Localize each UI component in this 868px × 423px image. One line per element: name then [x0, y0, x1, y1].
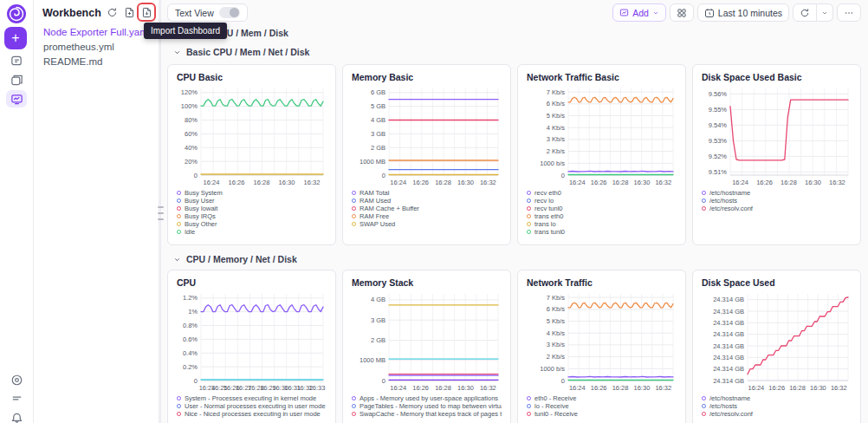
svg-text:16:24: 16:24 [390, 384, 406, 392]
legend-item[interactable]: RAM Total [352, 189, 502, 197]
legend-item[interactable]: Busy User [177, 197, 327, 205]
svg-text:1000 b/s: 1000 b/s [540, 365, 565, 373]
legend-item[interactable]: trans eth0 [527, 212, 677, 220]
svg-text:16:26: 16:26 [756, 179, 773, 186]
svg-text:60%: 60% [185, 130, 198, 138]
section-cpu-memory-net-disk[interactable]: CPU / Memory / Net / Disk [173, 254, 297, 264]
svg-text:9.52%: 9.52% [709, 153, 728, 160]
legend-item[interactable]: /etc/hosts [702, 402, 852, 410]
svg-text:16:32: 16:32 [829, 179, 845, 186]
refresh-dashboard-button[interactable] [793, 3, 817, 22]
legend-marker-icon [702, 396, 706, 400]
app-logo-icon[interactable] [6, 3, 27, 24]
svg-text:0.6%: 0.6% [183, 335, 198, 343]
legend-marker-icon [527, 198, 531, 203]
list-icon[interactable] [6, 390, 27, 407]
file-item[interactable]: prometheus.yml [37, 41, 155, 54]
chart-disk-space-used: 24.314 GB24.314 GB24.314 GB24.314 GB24.3… [702, 290, 852, 393]
legend-item[interactable]: lo - Receive [527, 402, 677, 410]
stack-icon[interactable] [6, 71, 27, 88]
legend-item[interactable]: trans lo [527, 220, 677, 228]
svg-text:24.314 GB: 24.314 GB [713, 308, 744, 316]
legend-item[interactable]: recv lo [527, 197, 677, 205]
svg-text:3 GB: 3 GB [371, 316, 385, 324]
file-item[interactable]: README.md [37, 55, 155, 68]
legend-item[interactable]: Nice - Niced processes executing in user… [177, 410, 327, 418]
panel-network-traffic-basic: Network Traffic Basic 01000 b/s2 Kb/s3 K… [517, 64, 686, 245]
chat-edit-icon[interactable] [6, 52, 27, 69]
legend-item[interactable]: RAM Cache + Buffer [352, 205, 502, 212]
more-options-button[interactable] [837, 3, 861, 22]
bell-icon[interactable] [6, 409, 27, 423]
import-dashboard-icon[interactable] [139, 4, 154, 20]
legend-item[interactable]: Busy Iowait [177, 205, 327, 212]
legend-item[interactable]: Busy IRQs [177, 212, 327, 220]
svg-text:7 Kb/s: 7 Kb/s [547, 294, 566, 302]
svg-text:4 Kb/s: 4 Kb/s [547, 329, 566, 337]
svg-text:24.314 GB: 24.314 GB [713, 330, 744, 338]
file-item[interactable]: Node Exporter Full.yaml [37, 26, 155, 39]
legend-item[interactable]: /etc/resolv.conf [702, 410, 852, 418]
legend-item[interactable]: User - Normal processes executing in use… [177, 402, 327, 410]
legend-item[interactable]: RAM Used [352, 197, 502, 205]
panel-title: Memory Stack [352, 277, 502, 288]
legend-item[interactable]: SwapCache - Memory that keeps track of p… [352, 410, 502, 418]
dashboard-icon[interactable] [6, 90, 27, 107]
panel-title: Disk Space Used Basic [702, 72, 852, 82]
legend-item[interactable]: /etc/hostname [702, 189, 852, 197]
refresh-files-icon[interactable] [104, 4, 120, 20]
svg-text:9.56%: 9.56% [709, 90, 728, 98]
refresh-interval-button[interactable] [817, 3, 833, 22]
file-panel: Workbench Node Exporter Full.yaml promet… [34, 0, 159, 423]
svg-text:0.2%: 0.2% [183, 363, 198, 371]
svg-text:0: 0 [382, 172, 385, 179]
svg-text:3 Kb/s: 3 Kb/s [547, 135, 566, 143]
legend-item[interactable]: recv eth0 [527, 189, 677, 197]
legend-marker-icon [352, 206, 356, 211]
text-view-toggle[interactable]: Text View [167, 3, 248, 22]
legend-item[interactable]: /etc/resolv.conf [702, 205, 852, 212]
legend-item[interactable]: /etc/hostname [702, 394, 852, 402]
legend-item[interactable]: Busy Other [177, 220, 327, 228]
target-icon[interactable] [6, 371, 27, 388]
svg-text:0: 0 [194, 377, 198, 385]
svg-text:16:24: 16:24 [569, 179, 586, 186]
legend-item[interactable]: Busy System [177, 189, 327, 197]
svg-text:5 Kb/s: 5 Kb/s [547, 317, 566, 325]
legend-marker-icon [702, 412, 706, 416]
add-button[interactable]: Add [612, 3, 666, 22]
legend-item[interactable]: Idle [177, 228, 327, 236]
legend-item[interactable]: /etc/hosts [702, 197, 852, 205]
svg-text:16:32: 16:32 [655, 179, 671, 186]
chart-legend: Apps - Memory used by user-space applica… [352, 394, 502, 418]
svg-text:2 Kb/s: 2 Kb/s [547, 147, 566, 155]
grid-layout-button[interactable] [670, 3, 694, 22]
svg-text:1000 MB: 1000 MB [360, 356, 385, 364]
new-file-icon[interactable] [121, 4, 137, 20]
panel-cpu: CPU 00.2%0.4%0.6%0.8%1%1.2%16:2416:2516:… [167, 270, 336, 423]
chevron-down-icon [652, 10, 659, 16]
legend-marker-icon [352, 412, 356, 416]
section-basic-cpu-mem-net-disk[interactable]: Basic CPU / Mem / Net / Disk [173, 47, 309, 57]
legend-item[interactable]: RAM Free [352, 212, 502, 220]
toggle-switch[interactable] [219, 7, 240, 18]
panel-disk-space-used: Disk Space Used 24.314 GB24.314 GB24.314… [692, 270, 861, 423]
time-range-button[interactable]: Last 10 minutes [697, 3, 789, 22]
panel-resize-handle[interactable] [159, 0, 161, 423]
legend-item[interactable]: PageTables - Memory used to map between … [352, 402, 502, 410]
legend-item[interactable]: SWAP Used [352, 220, 502, 228]
legend-item[interactable]: System - Processes executing in kernel m… [177, 394, 327, 402]
legend-item[interactable]: eth0 - Receive [527, 394, 677, 402]
chart-network-traffic: 01000 b/s2 Kb/s3 Kb/s4 Kb/s5 Kb/s6 Kb/s7… [527, 290, 677, 393]
new-button[interactable]: + [4, 27, 27, 49]
svg-text:1%: 1% [188, 308, 198, 316]
legend-item[interactable]: trans tunl0 [527, 228, 677, 236]
svg-text:16:26: 16:26 [412, 179, 429, 186]
svg-text:16:26: 16:26 [412, 384, 429, 392]
legend-item[interactable]: Apps - Memory used by user-space applica… [352, 394, 502, 402]
legend-marker-icon [527, 404, 531, 408]
legend-item[interactable]: recv tunl0 [527, 205, 677, 212]
chart-legend: recv eth0recv lorecv tunl0trans eth0tran… [527, 189, 677, 236]
legend-marker-icon [702, 198, 706, 203]
legend-item[interactable]: tunl0 - Receive [527, 410, 677, 418]
